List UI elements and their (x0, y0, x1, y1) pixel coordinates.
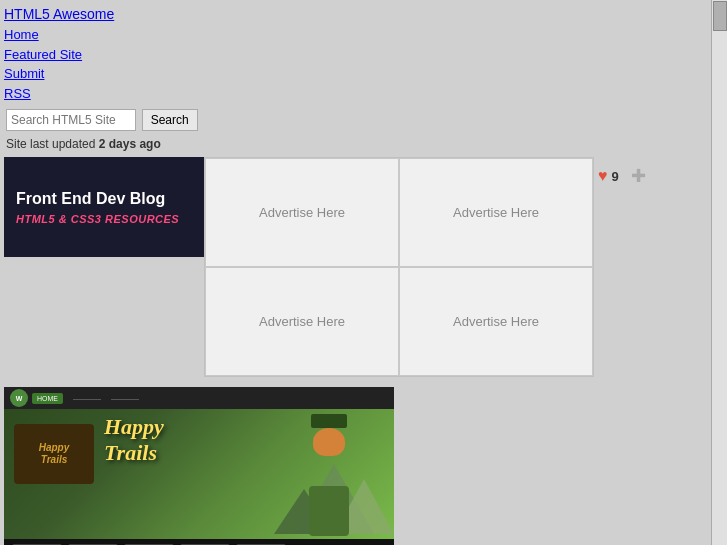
screenshot-logo: W (10, 389, 28, 407)
ad-cell-3[interactable]: Advertise Here (205, 267, 399, 376)
blog-subtitle: HTML5 & CSS3 RESOURCES (16, 213, 192, 225)
like-count: 9 (612, 169, 619, 184)
heart-icon: ♥ (598, 167, 608, 185)
like-area: ♥ 9 ✚ (598, 157, 709, 195)
ad-cell-4[interactable]: Advertise Here (399, 267, 593, 376)
last-updated-text: Site last updated 2 days ago (0, 135, 711, 157)
screenshot-character (294, 414, 364, 514)
screenshot-hero-left: HappyTrails (14, 424, 94, 484)
nav-home-link[interactable]: Home (4, 25, 705, 45)
blog-title: Front End Dev Blog (16, 189, 192, 210)
scrollbar[interactable] (711, 0, 727, 545)
nav-rss-link[interactable]: RSS (4, 84, 705, 104)
nav-featured-link[interactable]: Featured Site (4, 45, 705, 65)
ad-grid: Advertise Here Advertise Here Advertise … (204, 157, 594, 377)
ad-cell-1[interactable]: Advertise Here (205, 158, 399, 267)
screenshot-hero-center: HappyTrails (104, 414, 164, 466)
scrollbar-thumb[interactable] (713, 1, 727, 31)
site-screenshot[interactable]: W HOME ———— ———— HappyTrails HappyTrails (4, 387, 394, 545)
featured-blog-card[interactable]: Front End Dev Blog HTML5 & CSS3 RESOURCE… (4, 157, 204, 257)
screenshot-nav-link1: ———— (73, 395, 101, 402)
site-title-link[interactable]: HTML5 Awesome (4, 4, 705, 25)
search-input[interactable] (6, 109, 136, 131)
ad-cell-2[interactable]: Advertise Here (399, 158, 593, 267)
search-button[interactable]: Search (142, 109, 198, 131)
nav-submit-link[interactable]: Submit (4, 64, 705, 84)
add-button[interactable]: ✚ (631, 165, 646, 187)
screenshot-nav-home: HOME (32, 393, 63, 404)
screenshot-nav-link2: ———— (111, 395, 139, 402)
